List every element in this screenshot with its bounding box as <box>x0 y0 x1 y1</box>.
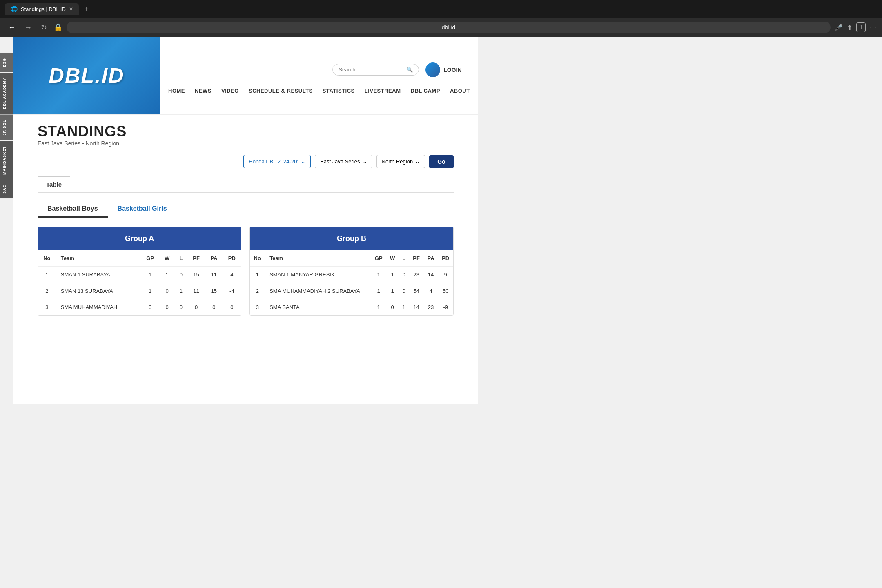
row-gp: 1 <box>371 299 386 316</box>
tab-close-button[interactable]: ✕ <box>69 6 73 12</box>
menu-icon[interactable]: ⋯ <box>870 24 876 31</box>
col-pa: PA <box>423 250 438 267</box>
nav-dbl-camp[interactable]: DBL CAMP <box>411 88 440 94</box>
table-tab[interactable]: Table <box>38 176 70 192</box>
sidebar-item-jr-dbl[interactable]: JR DBL <box>0 115 13 140</box>
row-pf: 0 <box>187 299 205 316</box>
col-gp: GP <box>141 250 160 267</box>
row-pa: 15 <box>205 283 223 299</box>
filter-row: Honda DBL 2024-20: ⌄ East Java Series ⌄ … <box>38 155 454 168</box>
col-l: L <box>399 250 409 267</box>
col-pd: PD <box>438 250 453 267</box>
row-team: SMA MUHAMMADIYAH <box>56 299 141 316</box>
row-pd: -4 <box>223 283 241 299</box>
row-pf: 23 <box>409 267 423 283</box>
row-l: 0 <box>399 267 409 283</box>
row-no: 2 <box>38 283 56 299</box>
row-l: 0 <box>399 283 409 299</box>
series-filter[interactable]: East Java Series ⌄ <box>315 155 372 168</box>
row-pd: 50 <box>438 283 453 299</box>
group-a-header-row: No Team GP W L PF PA PD <box>38 250 241 267</box>
col-pd: PD <box>223 250 241 267</box>
row-no: 3 <box>38 299 56 316</box>
row-pd: 4 <box>223 267 241 283</box>
row-team: SMA SANTA <box>265 299 371 316</box>
new-tab-button[interactable]: + <box>82 5 91 13</box>
forward-button[interactable]: → <box>22 22 34 33</box>
row-w: 1 <box>386 267 399 283</box>
row-pa: 23 <box>423 299 438 316</box>
col-w: W <box>386 250 399 267</box>
site-header: DBL.ID 🔍 LOGIN HOME NEWS VIDEO <box>13 37 478 115</box>
tab-basketball-girls[interactable]: Basketball Girls <box>108 201 177 218</box>
back-button[interactable]: ← <box>6 22 18 33</box>
series-chevron: ⌄ <box>363 158 367 165</box>
nav-news[interactable]: NEWS <box>195 88 212 94</box>
sidebar-item-mainbasket[interactable]: MAINBASKET <box>0 141 13 180</box>
table-tab-row: Table <box>38 176 454 193</box>
tab-count-icon[interactable]: 1 <box>856 22 866 32</box>
nav-home[interactable]: HOME <box>168 88 185 94</box>
sidebar: ESG DBL ACADEMY JR DBL MAINBASKET SAC <box>0 53 13 198</box>
row-l: 1 <box>175 283 187 299</box>
browser-tab[interactable]: 🌐 Standings | DBL ID ✕ <box>5 3 79 15</box>
row-team: SMA MUHAMMADIYAH 2 SURABAYA <box>265 283 371 299</box>
shield-icon[interactable]: 🔒 <box>53 23 62 32</box>
nav-area: 🔍 LOGIN HOME NEWS VIDEO SCHEDULE & RESUL… <box>160 51 478 100</box>
sidebar-item-esg[interactable]: ESG <box>0 53 13 72</box>
nav-statistics[interactable]: STATISTICS <box>323 88 355 94</box>
row-team: SMAN 13 SURABAYA <box>56 283 141 299</box>
address-bar[interactable]: dbl.id <box>67 22 831 33</box>
search-input[interactable] <box>339 67 404 73</box>
col-no: No <box>38 250 56 267</box>
series-label: East Java Series <box>320 158 360 165</box>
col-team: Team <box>56 250 141 267</box>
row-pd: 9 <box>438 267 453 283</box>
row-team: SMAN 1 MANYAR GRESIK <box>265 267 371 283</box>
site-content: DBL.ID 🔍 LOGIN HOME NEWS VIDEO <box>13 37 478 404</box>
reload-button[interactable]: ↻ <box>38 21 49 33</box>
nav-about[interactable]: ABOUT <box>450 88 470 94</box>
site-logo[interactable]: DBL.ID <box>49 63 124 88</box>
login-button[interactable]: LOGIN <box>443 67 461 73</box>
login-area[interactable]: LOGIN <box>425 62 461 77</box>
region-chevron: ⌄ <box>415 158 420 165</box>
standings-section: STANDINGS East Java Series - North Regio… <box>13 115 478 324</box>
region-filter[interactable]: North Region ⌄ <box>376 155 425 168</box>
page-wrapper: ESG DBL ACADEMY JR DBL MAINBASKET SAC DB… <box>0 37 882 404</box>
group-a-header: Group A <box>38 227 241 250</box>
row-pa: 14 <box>423 267 438 283</box>
go-button[interactable]: Go <box>429 155 453 168</box>
row-pf: 14 <box>409 299 423 316</box>
browser-toolbar: ← → ↻ 🔒 dbl.id 🎤 ⬆ 1 ⋯ <box>0 18 882 37</box>
sidebar-item-dbl-academy[interactable]: DBL ACADEMY <box>0 73 13 114</box>
row-l: 0 <box>175 267 187 283</box>
group-b-header: Group B <box>250 227 453 250</box>
table-row: 3 SMA SANTA 1 0 1 14 23 -9 <box>250 299 453 316</box>
nav-video[interactable]: VIDEO <box>221 88 239 94</box>
standings-title: STANDINGS <box>38 123 454 140</box>
row-w: 0 <box>160 299 175 316</box>
table-row: 2 SMAN 13 SURABAYA 1 0 1 11 15 -4 <box>38 283 241 299</box>
nav-schedule[interactable]: SCHEDULE & RESULTS <box>249 88 313 94</box>
group-b-body: 1 SMAN 1 MANYAR GRESIK 1 1 0 23 14 9 2 S… <box>250 267 453 316</box>
nav-livestream[interactable]: LIVESTREAM <box>365 88 401 94</box>
col-pf: PF <box>187 250 205 267</box>
share-icon[interactable]: ⬆ <box>847 24 852 31</box>
row-no: 3 <box>250 299 265 316</box>
row-l: 0 <box>175 299 187 316</box>
col-team: Team <box>265 250 371 267</box>
col-l: L <box>175 250 187 267</box>
row-gp: 1 <box>141 267 160 283</box>
table-row: 3 SMA MUHAMMADIYAH 0 0 0 0 0 0 <box>38 299 241 316</box>
col-gp: GP <box>371 250 386 267</box>
row-gp: 1 <box>141 283 160 299</box>
microphone-icon[interactable]: 🎤 <box>835 24 843 31</box>
search-box[interactable]: 🔍 <box>332 64 419 76</box>
main-nav: HOME NEWS VIDEO SCHEDULE & RESULTS STATI… <box>168 81 470 100</box>
season-filter[interactable]: Honda DBL 2024-20: ⌄ <box>243 155 311 168</box>
groups-row: Group A No Team GP W L PF PA PD <box>38 227 454 316</box>
col-pf: PF <box>409 250 423 267</box>
sidebar-item-sac[interactable]: SAC <box>0 180 13 198</box>
tab-basketball-boys[interactable]: Basketball Boys <box>38 201 108 218</box>
